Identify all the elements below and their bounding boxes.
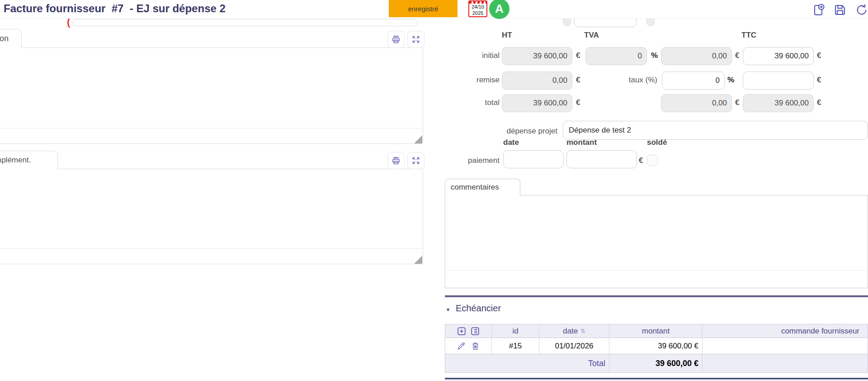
table-toolbar (445, 324, 492, 338)
paiement-date-input[interactable] (503, 150, 564, 168)
row-label-initial: initial (452, 51, 500, 60)
column-header-ttc: TTC (741, 31, 756, 40)
libelle-input-partial[interactable] (72, 19, 418, 26)
tab-description[interactable]: on (0, 29, 22, 48)
tab-commentaires-label: commentaires (451, 183, 499, 192)
total-commande-cell (703, 354, 868, 372)
echeancier-title[interactable]: Echéancier (456, 303, 501, 314)
euro-symbol: € (735, 98, 739, 107)
row-label-total: total (452, 98, 500, 107)
tva-amt-initial-input (661, 47, 732, 65)
edit-row-button[interactable] (457, 341, 466, 351)
solde-checkbox[interactable] (647, 155, 658, 166)
paiement-col-date: date (503, 138, 519, 147)
collapse-caret-icon[interactable]: ▾ (447, 306, 449, 313)
trash-icon (471, 341, 480, 351)
paiement-montant-input[interactable] (566, 150, 637, 168)
calendar-rings-icon (469, 1, 486, 4)
ttc-remise-input[interactable] (743, 71, 814, 90)
save-icon[interactable] (833, 3, 847, 17)
resize-handle[interactable] (414, 256, 422, 264)
description-inner-divider (0, 128, 423, 129)
list-icon (470, 326, 480, 336)
tva-amt-total-input (661, 94, 732, 112)
percent-symbol: % (727, 76, 734, 85)
paiement-col-montant: montant (566, 138, 597, 147)
expand-button[interactable] (407, 31, 425, 48)
description-textarea[interactable] (0, 48, 423, 144)
calendar-widget[interactable]: 24/10 2025 (468, 0, 487, 17)
ttc-initial-input[interactable] (743, 47, 814, 65)
expand-icon (411, 34, 421, 44)
status-badge: enregistré (389, 0, 458, 17)
commentaires-textarea[interactable] (445, 195, 868, 288)
percent-symbol: % (651, 51, 658, 60)
row-actions (445, 338, 492, 354)
add-row-button[interactable] (457, 326, 467, 336)
row-label-remise: remise (452, 76, 500, 85)
plus-square-icon (457, 326, 467, 336)
cell-montant: 39 600,00 € (609, 338, 703, 354)
calendar-year: 2025 (472, 10, 483, 16)
calendar-day: 24/10 (472, 4, 484, 10)
bottom-divider (445, 378, 868, 379)
tva-pct-initial-input (585, 47, 647, 65)
echeancier-table: id date ⇅ montant commande fournisseur (445, 324, 868, 373)
column-header-date[interactable]: date ⇅ (539, 324, 609, 338)
refresh-icon[interactable] (854, 3, 868, 17)
paiement-label: paiement (452, 156, 500, 165)
print-icon (391, 34, 401, 44)
taux-label: taux (%) (601, 76, 657, 85)
euro-symbol: € (576, 98, 580, 107)
paiement-col-solde: soldé (647, 138, 667, 147)
header-bar: Facture fournisseur #7 - EJ sur dépense … (0, 0, 868, 19)
ht-initial-input (502, 47, 572, 65)
euro-symbol: € (817, 76, 821, 85)
column-header-id: id (492, 324, 539, 338)
page-title: Facture fournisseur #7 - EJ sur dépense … (4, 2, 226, 15)
resize-handle[interactable] (414, 135, 422, 143)
list-view-button[interactable] (470, 326, 480, 336)
column-header-date-label: date (563, 327, 578, 336)
sort-icon: ⇅ (580, 328, 585, 334)
depense-projet-input[interactable] (563, 121, 868, 140)
bottom-divider-shadow (445, 380, 868, 380)
delete-row-button[interactable] (471, 341, 480, 351)
euro-symbol: € (576, 51, 580, 60)
taux-input[interactable] (662, 71, 725, 90)
euro-symbol: € (639, 156, 643, 165)
tab-description-label: on (0, 34, 9, 43)
print-button-2[interactable] (387, 152, 405, 169)
facture-fournisseur-page: ( on mplément. (0, 0, 868, 381)
depense-projet-label: dépense projet (457, 127, 557, 136)
avatar-letter: A (495, 2, 504, 16)
section-divider (445, 295, 868, 297)
cell-date: 01/01/2026 (539, 338, 609, 354)
tab-commentaires[interactable]: commentaires (445, 179, 520, 195)
new-document-icon[interactable] (811, 3, 826, 17)
commentaires-inner-divider (445, 270, 868, 271)
column-header-ht: HT (502, 31, 512, 40)
pencil-icon (457, 341, 466, 351)
column-header-montant: montant (609, 324, 703, 338)
euro-symbol: € (817, 51, 821, 60)
avatar[interactable]: A (489, 0, 509, 19)
print-icon (391, 156, 401, 166)
euro-symbol: € (817, 98, 821, 107)
expand-button-2[interactable] (407, 152, 425, 169)
total-label: Total (445, 354, 609, 372)
print-button[interactable] (387, 31, 405, 48)
euro-symbol: € (576, 76, 580, 85)
total-value: 39 600,00 € (609, 354, 703, 372)
section-divider-shadow (445, 297, 868, 298)
complement-textarea[interactable] (0, 169, 423, 264)
tab-complement[interactable]: mplément. (0, 151, 58, 169)
column-header-commande: commande fournisseur (703, 324, 868, 338)
euro-symbol: € (735, 51, 739, 60)
tab-complement-label: mplément. (0, 156, 31, 165)
complement-inner-divider (0, 248, 423, 249)
cell-id: #15 (492, 338, 539, 354)
cell-commande (703, 338, 868, 354)
remise-input (502, 71, 572, 90)
ttc-total-input (743, 94, 814, 112)
